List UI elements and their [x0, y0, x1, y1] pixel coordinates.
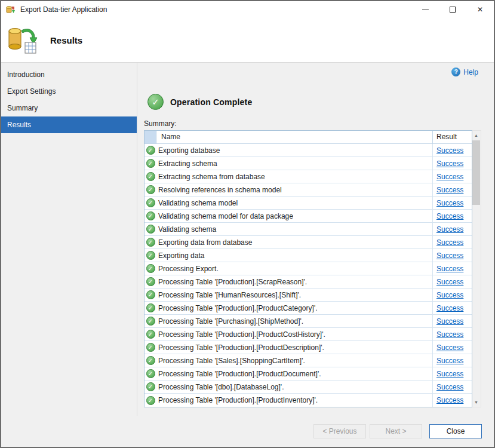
sidebar-item-export-settings[interactable]: Export Settings	[1, 83, 137, 100]
next-button[interactable]: Next >	[370, 424, 422, 438]
result-success-link[interactable]: Success	[436, 304, 463, 312]
sidebar-item-introduction[interactable]: Introduction	[1, 66, 137, 83]
help-label: Help	[463, 68, 478, 76]
result-success-link[interactable]: Success	[436, 238, 463, 247]
success-check-icon	[146, 198, 155, 207]
page-title: Results	[50, 35, 82, 45]
table-scrollbar[interactable]	[472, 130, 481, 407]
result-success-link[interactable]: Success	[436, 396, 463, 404]
success-check-icon	[146, 396, 155, 405]
row-status-cell	[144, 303, 156, 312]
result-success-link[interactable]: Success	[436, 278, 463, 286]
title-bar[interactable]: Export Data-tier Application	[1, 1, 494, 18]
success-check-icon	[146, 185, 155, 194]
scrollbar-thumb[interactable]	[472, 140, 480, 205]
footer-bar: < Previous Next > Close	[1, 416, 494, 447]
row-name: Validating schema model	[156, 199, 432, 207]
success-check-icon	[146, 343, 155, 352]
result-success-link[interactable]: Success	[436, 212, 463, 220]
wizard-steps-sidebar: Introduction Export Settings Summary Res…	[1, 63, 137, 416]
row-status-cell	[144, 159, 156, 168]
row-status-cell	[144, 290, 156, 299]
table-row: Exporting databaseSuccess	[144, 144, 472, 157]
row-status-cell	[144, 264, 156, 273]
row-status-cell	[144, 198, 156, 207]
app-icon	[6, 5, 16, 15]
table-row: Exporting dataSuccess	[144, 249, 472, 262]
table-row: Exporting data from databaseSuccess	[144, 236, 472, 249]
row-status-cell	[144, 211, 156, 220]
minimize-button[interactable]	[411, 1, 439, 18]
row-result-cell: Success	[432, 315, 472, 327]
success-check-icon	[146, 317, 155, 326]
close-dialog-button[interactable]: Close	[429, 424, 482, 438]
operation-status: Operation Complete	[147, 94, 494, 110]
success-check-icon	[146, 382, 155, 391]
row-name: Exporting data from database	[156, 238, 432, 247]
result-success-link[interactable]: Success	[436, 383, 463, 391]
result-success-link[interactable]: Success	[436, 186, 463, 194]
help-link[interactable]: Help	[451, 67, 478, 76]
result-success-link[interactable]: Success	[436, 291, 463, 299]
operation-complete-heading: Operation Complete	[170, 97, 252, 107]
success-check-icon	[146, 264, 155, 273]
sidebar-item-summary[interactable]: Summary	[1, 100, 137, 116]
result-success-link[interactable]: Success	[436, 199, 463, 207]
row-name: Processing Table '[HumanResources].[Shif…	[156, 291, 432, 299]
row-status-cell	[144, 343, 156, 352]
scrollbar-down-arrow[interactable]	[472, 398, 480, 407]
row-name: Validating schema model for data package	[156, 212, 432, 220]
export-dac-icon	[7, 26, 38, 54]
table-row: Processing Table '[Production].[ProductI…	[144, 394, 472, 407]
row-name: Processing Table '[Production].[ProductC…	[156, 330, 432, 339]
row-result-cell: Success	[432, 223, 472, 235]
row-result-cell: Success	[432, 367, 472, 380]
name-column-header: Name	[156, 131, 432, 143]
row-result-cell: Success	[432, 381, 472, 393]
result-success-link[interactable]: Success	[436, 357, 463, 365]
row-name: Processing Table '[dbo].[DatabaseLog]'.	[156, 383, 432, 391]
result-success-link[interactable]: Success	[436, 159, 463, 168]
result-success-link[interactable]: Success	[436, 251, 463, 260]
success-check-icon	[146, 159, 155, 168]
previous-button[interactable]: < Previous	[313, 424, 366, 438]
sidebar-item-results[interactable]: Results	[1, 116, 137, 133]
row-status-cell	[144, 172, 156, 181]
maximize-button[interactable]	[439, 1, 466, 18]
row-name: Exporting data	[156, 251, 432, 260]
result-success-link[interactable]: Success	[436, 370, 463, 378]
wizard-header: Results	[1, 18, 494, 63]
minimize-icon	[422, 10, 429, 10]
close-button[interactable]	[466, 1, 494, 18]
table-row: Extracting schemaSuccess	[144, 157, 472, 170]
table-row: Processing Table '[Production].[ProductC…	[144, 328, 472, 341]
row-result-cell: Success	[432, 262, 472, 275]
row-result-cell: Success	[432, 302, 472, 314]
result-success-link[interactable]: Success	[436, 146, 463, 155]
success-check-icon	[146, 369, 155, 378]
table-row: Processing Export.Success	[144, 262, 472, 275]
result-success-link[interactable]: Success	[436, 225, 463, 234]
row-status-cell	[144, 396, 156, 405]
row-name: Extracting schema from database	[156, 173, 432, 181]
success-check-icon	[146, 211, 155, 220]
results-table-header: Name Result	[144, 131, 472, 144]
table-row: Processing Table '[Production].[ProductD…	[144, 341, 472, 354]
table-row: Validating schema model for data package…	[144, 210, 472, 223]
result-success-link[interactable]: Success	[436, 343, 463, 352]
table-row: Processing Table '[Sales].[ShoppingCartI…	[144, 354, 472, 367]
row-result-cell: Success	[432, 328, 472, 340]
row-result-cell: Success	[432, 354, 472, 367]
table-row: Processing Table '[Production].[ScrapRea…	[144, 275, 472, 289]
row-status-cell	[144, 185, 156, 194]
row-status-cell	[144, 356, 156, 365]
table-row: Processing Table '[Production].[ProductD…	[144, 367, 472, 381]
result-success-link[interactable]: Success	[436, 173, 463, 181]
row-result-cell: Success	[432, 394, 472, 407]
result-success-link[interactable]: Success	[436, 265, 463, 273]
row-name: Processing Table '[Sales].[ShoppingCartI…	[156, 357, 432, 365]
row-status-cell	[144, 146, 156, 155]
result-success-link[interactable]: Success	[436, 317, 463, 326]
result-success-link[interactable]: Success	[436, 330, 463, 339]
scrollbar-up-arrow[interactable]	[472, 131, 480, 140]
